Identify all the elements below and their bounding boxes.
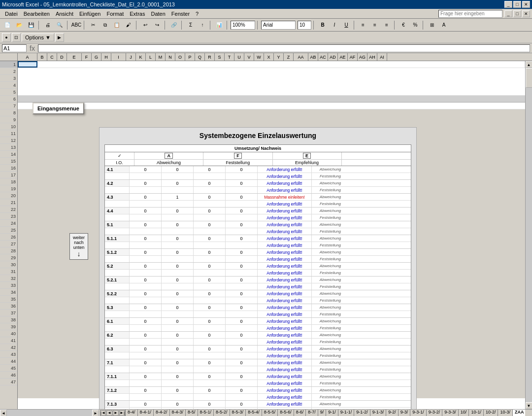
borders-button[interactable]: ⊞: [427, 20, 437, 30]
sheet-tab-ZAA[interactable]: ZAA: [512, 410, 525, 416]
tab-prev-button[interactable]: ◄: [106, 410, 112, 416]
app-minimize-button[interactable]: _: [504, 10, 512, 17]
sheet-tab-9-3-1[interactable]: 9-3-1/: [410, 410, 426, 416]
hyperlink-button[interactable]: 🔗: [168, 20, 179, 30]
fill-color-button[interactable]: A: [438, 20, 449, 30]
zoom-display[interactable]: 100%: [231, 21, 255, 30]
menu-daten[interactable]: Daten: [148, 10, 168, 18]
menu-fenster[interactable]: Fenster: [168, 10, 193, 18]
print-preview-button[interactable]: 🔍: [54, 20, 65, 30]
menu-ansicht[interactable]: Ansicht: [53, 10, 76, 18]
tab-first-button[interactable]: |◄: [100, 410, 106, 416]
cell-b1[interactable]: [37, 61, 525, 68]
sheet-tabs-area: |◄ ◄ ► ►| 8-4/8-4-1/8-4-2/8-4-3/8-5/8-5-…: [99, 410, 525, 416]
sheet-tab-9-1-3[interactable]: 9-1-3/: [370, 410, 386, 416]
autosum-button[interactable]: Σ: [185, 20, 196, 30]
sheet-tab-9-3-3[interactable]: 9-3-3/: [442, 410, 458, 416]
menu-datei[interactable]: Datei: [2, 10, 21, 18]
percent-button[interactable]: %: [410, 20, 421, 30]
sheet-tab-9-1-2[interactable]: 9-1-2/: [354, 410, 370, 416]
cell-v2-5.3: 0: [162, 304, 194, 311]
sort-asc-button[interactable]: ↑: [197, 20, 208, 30]
format-painter[interactable]: 🖌: [123, 20, 134, 30]
menu-einfuegen[interactable]: Einfügen: [76, 10, 103, 18]
cell-v3-5.2.1: 0: [194, 277, 226, 283]
scroll-right-button[interactable]: ►: [92, 410, 99, 416]
sheet-tab-8-4[interactable]: 8-4/: [125, 410, 137, 416]
sheet-tab-9-3-2[interactable]: 9-3-2/: [426, 410, 442, 416]
font-size-display[interactable]: 10: [298, 21, 311, 30]
chart-button[interactable]: 📊: [214, 20, 225, 30]
align-left-button[interactable]: ≡: [358, 20, 368, 30]
new-button[interactable]: 📄: [2, 20, 13, 30]
formula-input[interactable]: [38, 44, 530, 52]
sheet-tab-8-5-5[interactable]: 8-5-5/: [262, 410, 278, 416]
copy-button[interactable]: ⧉: [100, 20, 110, 30]
undo-button[interactable]: ↩: [140, 20, 151, 30]
align-right-button[interactable]: ≡: [381, 20, 392, 30]
help-search-input[interactable]: [438, 10, 502, 18]
print-button[interactable]: 🖨: [42, 20, 53, 30]
sheet-tab-10-1[interactable]: 10-1/: [468, 410, 483, 416]
sheet-tab-8-4-3[interactable]: 8-4-3/: [169, 410, 186, 416]
app-close-button[interactable]: ✕: [522, 10, 530, 17]
sheet-tab-9-1[interactable]: 9-1/: [326, 410, 338, 416]
vertical-scrollbar[interactable]: ▲ ▼: [525, 61, 532, 409]
tab-next-button[interactable]: ►: [113, 410, 119, 416]
minimize-button[interactable]: _: [504, 1, 512, 8]
sheet-tab-8-5-4[interactable]: 8-5-4/: [245, 410, 262, 416]
open-button[interactable]: 📂: [14, 20, 25, 30]
redo-button[interactable]: ↪: [152, 20, 163, 30]
sheet-tab-10-2[interactable]: 10-2/: [483, 410, 498, 416]
f-col-header: F: [203, 152, 272, 159]
menu-format[interactable]: Format: [103, 10, 127, 18]
sheet-tab-8-7[interactable]: 8-7/: [305, 410, 318, 416]
bold-button[interactable]: B: [317, 20, 328, 30]
sheet-tab-8-6[interactable]: 8-6/: [294, 410, 306, 416]
h-scroll-track[interactable]: [7, 410, 92, 416]
sheet-tab-8-5-1[interactable]: 8-5-1/: [198, 410, 214, 416]
cell-reference-box[interactable]: A1: [2, 44, 27, 52]
align-center-button[interactable]: ≡: [369, 20, 380, 30]
font-name-display[interactable]: Arial: [261, 21, 296, 30]
sheet-tab-9-2[interactable]: 9-2/: [386, 410, 398, 416]
maximize-button[interactable]: □: [513, 1, 521, 8]
cell-a1[interactable]: [18, 61, 37, 68]
sheet-tab-9[interactable]: 9/: [318, 410, 326, 416]
menu-help[interactable]: ?: [193, 10, 201, 18]
options-icon[interactable]: ●: [2, 33, 11, 42]
cut-button[interactable]: ✂: [88, 20, 99, 30]
eingangsmenue-button[interactable]: Eingangsmenue: [33, 103, 84, 114]
sheet-tab-9-3[interactable]: 9-3/: [398, 410, 410, 416]
options-icon2[interactable]: ⊡: [12, 33, 21, 42]
italic-button[interactable]: I: [329, 20, 340, 30]
scroll-left-button[interactable]: ◄: [0, 410, 7, 416]
save-button[interactable]: 💾: [26, 20, 36, 30]
close-button[interactable]: ✕: [522, 1, 530, 8]
scroll-up-button[interactable]: ▲: [526, 61, 532, 68]
sheet-tab-10[interactable]: 10/: [458, 410, 469, 416]
spell-button[interactable]: ABC: [71, 20, 82, 30]
currency-button[interactable]: €: [398, 20, 409, 30]
sheet-tab-8-5[interactable]: 8-5/: [185, 410, 198, 416]
options-button[interactable]: Options ▼: [22, 34, 54, 41]
sheet-tab-8-4-2[interactable]: 8-4-2/: [153, 410, 169, 416]
data-row-5.1.1: 5.1.1 0 0 0 0 Anforderung erfüllt! Abwei…: [105, 235, 411, 242]
sheet-tab-10-3[interactable]: 10-3/: [498, 410, 512, 416]
sheet-tab-8-4-1[interactable]: 8-4-1/: [137, 410, 154, 416]
menu-extras[interactable]: Extras: [127, 10, 148, 18]
sheet-tab-8-5-2[interactable]: 8-5-2/: [213, 410, 230, 416]
nav-button[interactable]: weiter nach unten ↓: [69, 233, 88, 260]
underline-button[interactable]: U: [341, 20, 352, 30]
menu-bearbeiten[interactable]: Bearbeiten: [21, 10, 53, 18]
sheet-tab-8-5-3[interactable]: 8-5-3/: [230, 410, 246, 416]
tab-last-button[interactable]: ►|: [119, 410, 125, 416]
scroll-track[interactable]: [526, 68, 532, 402]
options-extra-icon[interactable]: ▶: [55, 33, 64, 42]
app-maximize-button[interactable]: □: [513, 10, 521, 17]
sheet-tab-9-1-1[interactable]: 9-1-1/: [338, 410, 354, 416]
sheet-tab-8-5-6[interactable]: 8-5-6/: [277, 410, 294, 416]
paste-button[interactable]: 📋: [111, 20, 122, 30]
scroll-thumb[interactable]: [526, 68, 532, 88]
scroll-down-button[interactable]: ▼: [526, 402, 532, 409]
